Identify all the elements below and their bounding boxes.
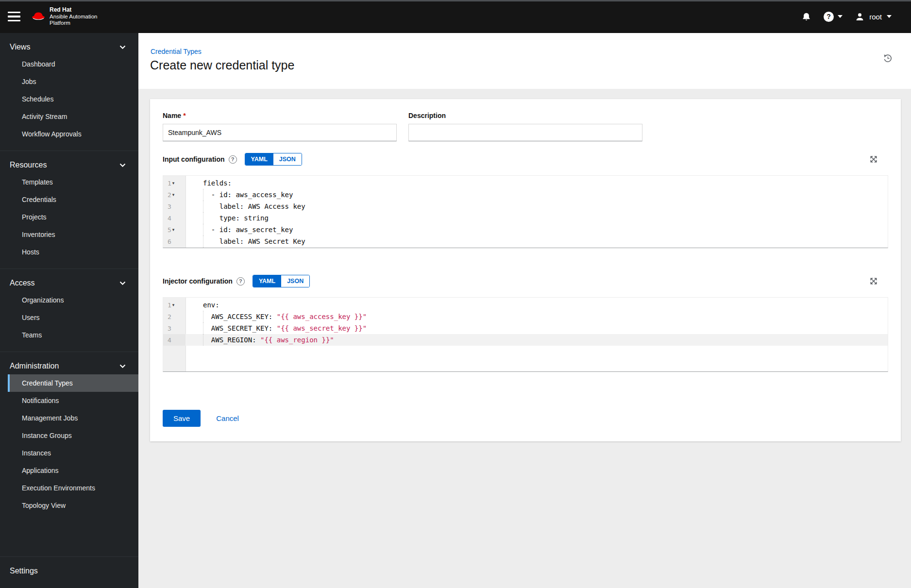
line-number-gutter: 4 bbox=[163, 212, 186, 224]
code-line-2: 2 AWS_ACCESS_KEY: "{{ aws_access_key }}" bbox=[163, 311, 888, 322]
input-config-mode-toggle: YAML JSON bbox=[245, 153, 302, 166]
line-number-gutter: 3 bbox=[163, 201, 186, 212]
help-icon: ? bbox=[824, 12, 834, 22]
sidebar-item-topology-view[interactable]: Topology View bbox=[0, 497, 138, 514]
notifications-bell-icon[interactable] bbox=[802, 12, 811, 21]
redhat-hat-icon bbox=[31, 11, 46, 22]
history-icon[interactable] bbox=[883, 53, 893, 63]
code-line-3: 3 label: AWS Access key bbox=[163, 201, 888, 212]
sidebar-item-users[interactable]: Users bbox=[0, 309, 138, 326]
name-input[interactable] bbox=[163, 124, 397, 141]
sidebar-item-inventories[interactable]: Inventories bbox=[0, 226, 138, 243]
sidebar-item-schedules[interactable]: Schedules bbox=[0, 90, 138, 108]
input-json-toggle-button[interactable]: JSON bbox=[273, 153, 302, 165]
nav-section-views[interactable]: Views bbox=[0, 39, 138, 55]
line-number-gutter: 5▾ bbox=[163, 224, 186, 235]
code-line-1: 1▾fields: bbox=[163, 177, 888, 189]
nav-section-administration[interactable]: Administration bbox=[0, 358, 138, 374]
code-line-4: 4 AWS_REGION: "{{ aws_region }}" bbox=[163, 334, 888, 346]
nav-section-label: Administration bbox=[10, 362, 59, 370]
injector-yaml-toggle-button[interactable]: YAML bbox=[253, 275, 281, 287]
page-header: Credential Types Create new credential t… bbox=[138, 33, 911, 89]
sidebar-item-notifications[interactable]: Notifications bbox=[0, 392, 138, 409]
user-icon bbox=[855, 12, 864, 21]
sidebar-item-activity-stream[interactable]: Activity Stream bbox=[0, 108, 138, 125]
chevron-down-icon bbox=[119, 163, 126, 168]
help-menu[interactable]: ? bbox=[824, 12, 843, 22]
sidebar-sections: ViewsDashboardJobsSchedulesActivity Stre… bbox=[0, 33, 138, 522]
indent-guide bbox=[203, 322, 203, 334]
indent-guide bbox=[203, 334, 203, 346]
description-label: Description bbox=[408, 112, 642, 119]
masthead: Red Hat Ansible Automation Platform ? ro… bbox=[0, 0, 911, 33]
sidebar-item-dashboard[interactable]: Dashboard bbox=[0, 55, 138, 73]
nav-section-access[interactable]: Access bbox=[0, 275, 138, 291]
required-asterisk: * bbox=[183, 112, 186, 119]
code-line-6: 6 label: AWS Secret Key bbox=[163, 235, 888, 247]
input-editor-expand-icon[interactable] bbox=[870, 155, 877, 163]
cancel-button[interactable]: Cancel bbox=[216, 414, 239, 422]
sidebar-item-jobs[interactable]: Jobs bbox=[0, 73, 138, 90]
input-configuration-help-icon[interactable]: ? bbox=[229, 155, 237, 164]
top-strip bbox=[0, 0, 911, 1]
nav-section-label: Views bbox=[10, 43, 30, 51]
sidebar-item-settings[interactable]: Settings bbox=[0, 556, 138, 588]
page-title: Create new credential type bbox=[150, 58, 294, 72]
code-line-4: 4 type: string bbox=[163, 212, 888, 224]
brand-text: Red Hat Ansible Automation Platform bbox=[50, 7, 97, 26]
code-line-7: 7 type: string bbox=[163, 247, 888, 248]
credential-type-form-card: Name* Description Input configuration ? … bbox=[150, 99, 901, 441]
nav-toggle-hamburger-icon[interactable] bbox=[8, 12, 20, 21]
indent-guide bbox=[203, 224, 203, 235]
sidebar-item-projects[interactable]: Projects bbox=[0, 208, 138, 226]
sidebar-item-execution-environments[interactable]: Execution Environments bbox=[0, 479, 138, 497]
sidebar-item-management-jobs[interactable]: Management Jobs bbox=[0, 409, 138, 427]
code-line-2: 2▾ - id: aws_access_key bbox=[163, 189, 888, 201]
line-number-gutter: 2▾ bbox=[163, 189, 186, 201]
chevron-down-icon bbox=[838, 15, 843, 18]
input-configuration-editor[interactable]: 1▾fields:2▾ - id: aws_access_key3 label:… bbox=[163, 175, 888, 248]
input-yaml-toggle-button[interactable]: YAML bbox=[245, 153, 273, 165]
line-number-gutter: 1▾ bbox=[163, 299, 186, 311]
breadcrumb[interactable]: Credential Types bbox=[151, 48, 202, 55]
indent-guide bbox=[203, 247, 203, 248]
save-button[interactable]: Save bbox=[163, 410, 201, 427]
nav-section-resources[interactable]: Resources bbox=[0, 157, 138, 173]
chevron-down-icon bbox=[887, 15, 892, 18]
description-input[interactable] bbox=[408, 124, 642, 141]
brand-logo[interactable]: Red Hat Ansible Automation Platform bbox=[31, 7, 97, 26]
fold-toggle-icon[interactable]: ▾ bbox=[172, 227, 175, 232]
fold-toggle-icon[interactable]: ▾ bbox=[172, 302, 175, 307]
sidebar-item-instance-groups[interactable]: Instance Groups bbox=[0, 427, 138, 444]
sidebar-item-organizations[interactable]: Organizations bbox=[0, 291, 138, 309]
injector-editor-expand-icon[interactable] bbox=[870, 277, 877, 285]
sidebar-item-workflow-approvals[interactable]: Workflow Approvals bbox=[0, 125, 138, 143]
sidebar-item-applications[interactable]: Applications bbox=[0, 462, 138, 479]
sidebar-item-credential-types[interactable]: Credential Types bbox=[8, 374, 138, 392]
input-configuration-label: Input configuration bbox=[163, 155, 225, 163]
user-menu[interactable]: root bbox=[855, 12, 892, 21]
code-line-1: 1▾env: bbox=[163, 299, 888, 311]
code-line-3: 3 AWS_SECRET_KEY: "{{ aws_secret_key }}" bbox=[163, 322, 888, 334]
name-label: Name* bbox=[163, 112, 397, 119]
injector-configuration-label: Injector configuration bbox=[163, 277, 233, 285]
fold-toggle-icon[interactable]: ▾ bbox=[172, 181, 175, 185]
sidebar-item-templates[interactable]: Templates bbox=[0, 173, 138, 191]
sidebar-item-teams[interactable]: Teams bbox=[0, 326, 138, 344]
indent-guide bbox=[203, 189, 203, 201]
sidebar-item-instances[interactable]: Instances bbox=[0, 444, 138, 462]
line-number-gutter: 6 bbox=[163, 235, 186, 247]
injector-json-toggle-button[interactable]: JSON bbox=[281, 275, 309, 287]
injector-configuration-editor[interactable]: 1▾env:2 AWS_ACCESS_KEY: "{{ aws_access_k… bbox=[163, 297, 888, 372]
code-line-5: 5▾ - id: aws_secret_key bbox=[163, 224, 888, 235]
sidebar-item-credentials[interactable]: Credentials bbox=[0, 191, 138, 208]
injector-config-mode-toggle: YAML JSON bbox=[253, 275, 310, 287]
line-number-gutter: 7 bbox=[163, 247, 186, 248]
indent-guide bbox=[203, 235, 203, 247]
fold-toggle-icon[interactable]: ▾ bbox=[172, 192, 175, 197]
line-number-gutter: 3 bbox=[163, 322, 186, 334]
injector-configuration-help-icon[interactable]: ? bbox=[236, 277, 245, 286]
indent-guide bbox=[203, 212, 203, 224]
sidebar-item-hosts[interactable]: Hosts bbox=[0, 243, 138, 261]
nav-section-label: Resources bbox=[10, 161, 47, 169]
